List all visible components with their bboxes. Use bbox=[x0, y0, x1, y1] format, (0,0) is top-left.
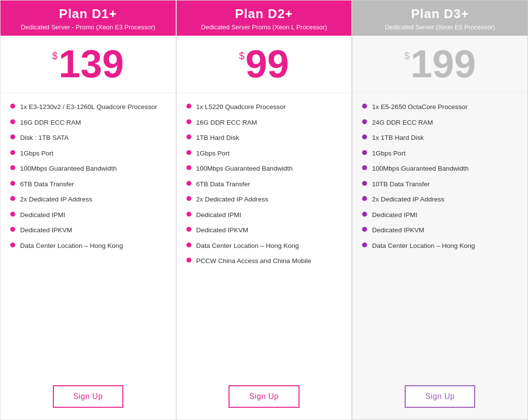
feature-text: 6TB Data Transfer bbox=[20, 180, 74, 189]
feature-item: 2x Dedicated IP Address bbox=[186, 195, 347, 204]
feature-text: Data Center Location – Hong Kong bbox=[20, 242, 123, 250]
feature-item: 1x E5-2650 OctaCore Processor bbox=[362, 103, 523, 111]
plan-price-d1plus: $139 bbox=[52, 44, 124, 84]
plan-footer-d1plus: Sign Up bbox=[0, 376, 176, 420]
feature-item: 100Mbps Guaranteed Bandwidth bbox=[186, 164, 347, 173]
feature-text: 2x Dedicated IP Address bbox=[196, 195, 269, 204]
feature-text: Dedicated IPMI bbox=[196, 211, 241, 220]
plan-subtitle-d1plus: Dedicated Server - Promo (Xeon E3 Proces… bbox=[5, 23, 171, 31]
plan-col-d2plus: Plan D2+Dedicated Server Promo (Xeon L P… bbox=[176, 0, 352, 420]
feature-text: 1TB Hard Disk bbox=[196, 133, 239, 142]
bullet-icon bbox=[362, 119, 367, 124]
feature-item: 1Gbps Port bbox=[186, 149, 347, 158]
feature-text: Dedicated IPKVM bbox=[372, 226, 424, 235]
signup-button-d3plus[interactable]: Sign Up bbox=[405, 385, 475, 408]
bullet-icon bbox=[362, 196, 367, 201]
feature-item: Dedicated IPKVM bbox=[362, 226, 523, 235]
plan-col-d3plus: Plan D3+Dedicated Server (Xeon E5 Proces… bbox=[352, 0, 528, 420]
bullet-icon bbox=[186, 104, 191, 109]
plan-footer-d2plus: Sign Up bbox=[177, 376, 352, 420]
plan-features-d1plus: 1x E3-1230v2 / E3-1260L Quadcore Process… bbox=[0, 93, 176, 376]
bullet-icon bbox=[186, 212, 191, 217]
feature-text: 16G DDR ECC RAM bbox=[20, 118, 81, 127]
feature-item: Dedicated IPKVM bbox=[186, 226, 347, 235]
feature-text: Dedicated IPMI bbox=[372, 211, 417, 220]
feature-text: Disk : 1TB SATA bbox=[20, 133, 69, 142]
plan-features-d3plus: 1x E5-2650 OctaCore Processor24G DDR ECC… bbox=[352, 93, 528, 376]
feature-item: 24G DDR ECC RAM bbox=[362, 118, 523, 127]
feature-text: PCCW China Access and China Mobile bbox=[196, 257, 312, 265]
feature-item: 100Mbps Guaranteed Bandwidth bbox=[362, 164, 523, 173]
feature-item: 16G DDR ECC RAM bbox=[10, 118, 171, 127]
feature-item: 1Gbps Port bbox=[362, 149, 523, 158]
bullet-icon bbox=[362, 134, 367, 139]
plan-header-d3plus: Plan D3+Dedicated Server (Xeon E5 Proces… bbox=[352, 0, 528, 36]
feature-item: Dedicated IPMI bbox=[10, 211, 171, 220]
bullet-icon bbox=[10, 134, 15, 139]
feature-text: 24G DDR ECC RAM bbox=[372, 118, 433, 127]
plan-amount-d3plus: 199 bbox=[411, 44, 476, 84]
feature-text: 100Mbps Guaranteed Bandwidth bbox=[20, 164, 116, 173]
feature-item: Dedicated IPMI bbox=[186, 211, 347, 220]
feature-item: Data Center Location – Hong Kong bbox=[10, 242, 171, 250]
bullet-icon bbox=[10, 104, 15, 109]
bullet-icon bbox=[10, 181, 15, 186]
bullet-icon bbox=[362, 227, 367, 232]
feature-text: 1x E5-2650 OctaCore Processor bbox=[372, 103, 467, 111]
signup-button-d2plus[interactable]: Sign Up bbox=[229, 385, 299, 408]
feature-item: Data Center Location – Hong Kong bbox=[362, 242, 523, 250]
plan-title-d1plus: Plan D1+ bbox=[5, 6, 171, 22]
bullet-icon bbox=[362, 150, 367, 155]
feature-text: Dedicated IPMI bbox=[20, 211, 65, 220]
feature-text: 1Gbps Port bbox=[372, 149, 405, 158]
plan-amount-d1plus: 139 bbox=[59, 44, 124, 84]
bullet-icon bbox=[186, 196, 191, 201]
plan-price-area-d2plus: $99 bbox=[177, 36, 352, 93]
bullet-icon bbox=[186, 134, 191, 139]
feature-item: 6TB Data Transfer bbox=[10, 180, 171, 189]
plan-subtitle-d2plus: Dedicated Server Promo (Xeon L Processor… bbox=[182, 23, 347, 31]
feature-text: 2x Dedicated IP Address bbox=[20, 195, 92, 204]
feature-item: 100Mbps Guaranteed Bandwidth bbox=[10, 164, 171, 173]
plan-currency-d3plus: $ bbox=[404, 50, 410, 62]
feature-item: Dedicated IPMI bbox=[362, 211, 523, 220]
bullet-icon bbox=[186, 150, 191, 155]
feature-item: 1x E3-1230v2 / E3-1260L Quadcore Process… bbox=[10, 103, 171, 111]
feature-text: 6TB Data Transfer bbox=[196, 180, 250, 189]
bullet-icon bbox=[186, 227, 191, 232]
plan-features-d2plus: 1x L5220 Quadcore Processor16G DDR ECC R… bbox=[177, 93, 352, 376]
feature-text: 2x Dedicated IP Address bbox=[372, 195, 444, 204]
bullet-icon bbox=[362, 104, 367, 109]
feature-item: 1x 1TB Hard Disk bbox=[362, 133, 523, 142]
plan-col-d1plus: Plan D1+Dedicated Server - Promo (Xeon E… bbox=[0, 0, 176, 420]
feature-text: 1x 1TB Hard Disk bbox=[372, 133, 424, 142]
feature-item: 10TB Data Transfer bbox=[362, 180, 523, 189]
feature-item: Data Center Location – Hong Kong bbox=[186, 242, 347, 250]
bullet-icon bbox=[10, 150, 15, 155]
bullet-icon bbox=[186, 243, 191, 247]
signup-button-d1plus[interactable]: Sign Up bbox=[53, 385, 123, 408]
bullet-icon bbox=[10, 119, 15, 124]
feature-item: Disk : 1TB SATA bbox=[10, 133, 171, 142]
plan-price-area-d3plus: $199 bbox=[352, 36, 528, 93]
plan-price-d3plus: $199 bbox=[404, 44, 476, 84]
bullet-icon bbox=[186, 165, 191, 170]
plan-title-d2plus: Plan D2+ bbox=[182, 6, 347, 22]
bullet-icon bbox=[362, 181, 367, 186]
bullet-icon bbox=[10, 227, 15, 232]
feature-text: Data Center Location – Hong Kong bbox=[196, 242, 299, 250]
bullet-icon bbox=[362, 243, 367, 247]
plan-header-d1plus: Plan D1+Dedicated Server - Promo (Xeon E… bbox=[0, 0, 176, 36]
feature-item: 6TB Data Transfer bbox=[186, 180, 347, 189]
bullet-icon bbox=[362, 212, 367, 217]
plan-footer-d3plus: Sign Up bbox=[352, 376, 528, 420]
plan-title-d3plus: Plan D3+ bbox=[357, 6, 523, 22]
feature-item: 2x Dedicated IP Address bbox=[10, 195, 171, 204]
plan-currency-d1plus: $ bbox=[52, 50, 58, 62]
bullet-icon bbox=[186, 258, 191, 263]
feature-text: 1Gbps Port bbox=[20, 149, 53, 158]
plan-price-d2plus: $99 bbox=[239, 44, 289, 84]
bullet-icon bbox=[10, 243, 15, 247]
feature-text: 16G DDR ECC RAM bbox=[196, 118, 257, 127]
feature-text: Data Center Location – Hong Kong bbox=[372, 242, 475, 250]
